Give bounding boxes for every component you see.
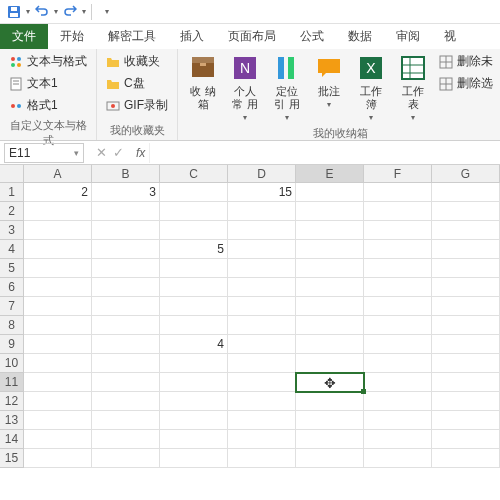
cell[interactable] — [92, 335, 160, 354]
row-header[interactable]: 8 — [0, 316, 24, 335]
cell[interactable] — [92, 392, 160, 411]
cell[interactable] — [92, 430, 160, 449]
row-header[interactable]: 2 — [0, 202, 24, 221]
text-format-button[interactable]: 文本与格式 — [6, 51, 90, 72]
cell[interactable]: 15 — [228, 183, 296, 202]
cell[interactable]: 4 — [160, 335, 228, 354]
cell[interactable] — [24, 411, 92, 430]
row-header[interactable]: 14 — [0, 430, 24, 449]
cell[interactable] — [296, 411, 364, 430]
cell[interactable] — [432, 335, 500, 354]
cell[interactable] — [160, 221, 228, 240]
cell[interactable] — [228, 259, 296, 278]
cell[interactable] — [160, 183, 228, 202]
locate-button[interactable]: 定位引 用▾ — [268, 51, 306, 124]
cell[interactable] — [296, 392, 364, 411]
cancel-button[interactable]: ✕ — [96, 145, 107, 160]
undo-button[interactable] — [32, 2, 52, 22]
cell[interactable] — [228, 430, 296, 449]
cell[interactable] — [364, 430, 432, 449]
cell[interactable] — [432, 278, 500, 297]
cell[interactable] — [160, 278, 228, 297]
cell[interactable] — [92, 221, 160, 240]
cell[interactable] — [24, 449, 92, 468]
row-header[interactable]: 10 — [0, 354, 24, 373]
cell[interactable] — [432, 449, 500, 468]
cell[interactable] — [296, 221, 364, 240]
cell[interactable] — [228, 221, 296, 240]
cell[interactable] — [160, 316, 228, 335]
cell[interactable] — [364, 316, 432, 335]
cell[interactable] — [432, 354, 500, 373]
column-header[interactable]: C — [160, 165, 228, 183]
row-header[interactable]: 3 — [0, 221, 24, 240]
column-header[interactable]: G — [432, 165, 500, 183]
cell[interactable] — [92, 278, 160, 297]
cell[interactable] — [296, 240, 364, 259]
cell[interactable] — [364, 202, 432, 221]
formula-input[interactable] — [149, 143, 500, 163]
cell[interactable] — [432, 316, 500, 335]
cdrive-button[interactable]: C盘 — [103, 73, 171, 94]
cell[interactable] — [364, 183, 432, 202]
tab-review[interactable]: 审阅 — [384, 24, 432, 49]
row-header[interactable]: 1 — [0, 183, 24, 202]
cell[interactable] — [228, 354, 296, 373]
cell[interactable] — [160, 259, 228, 278]
cell[interactable] — [296, 449, 364, 468]
tab-formula[interactable]: 公式 — [288, 24, 336, 49]
cell[interactable] — [24, 354, 92, 373]
cell[interactable]: ✥ — [296, 373, 364, 392]
cell[interactable] — [24, 278, 92, 297]
cell[interactable] — [432, 259, 500, 278]
tab-decrypt[interactable]: 解密工具 — [96, 24, 168, 49]
cell[interactable] — [160, 392, 228, 411]
cell[interactable] — [228, 297, 296, 316]
cell[interactable] — [228, 392, 296, 411]
cell[interactable] — [228, 202, 296, 221]
cell[interactable] — [160, 202, 228, 221]
cell[interactable] — [296, 202, 364, 221]
comment-button[interactable]: 批注▾ — [310, 51, 348, 111]
cell[interactable] — [92, 259, 160, 278]
tab-insert[interactable]: 插入 — [168, 24, 216, 49]
cell[interactable] — [432, 240, 500, 259]
cell[interactable]: 2 — [24, 183, 92, 202]
cell[interactable] — [24, 202, 92, 221]
row-header[interactable]: 4 — [0, 240, 24, 259]
cell[interactable] — [92, 240, 160, 259]
cell[interactable] — [24, 392, 92, 411]
cell[interactable] — [296, 354, 364, 373]
cell[interactable] — [296, 430, 364, 449]
row-header[interactable]: 11 — [0, 373, 24, 392]
row-header[interactable]: 9 — [0, 335, 24, 354]
row-header[interactable]: 5 — [0, 259, 24, 278]
cell[interactable] — [228, 449, 296, 468]
cell[interactable] — [92, 449, 160, 468]
row-header[interactable]: 6 — [0, 278, 24, 297]
cell[interactable] — [160, 297, 228, 316]
row-header[interactable]: 12 — [0, 392, 24, 411]
cell[interactable] — [432, 221, 500, 240]
undo-dropdown-icon[interactable]: ▾ — [54, 7, 58, 16]
accept-button[interactable]: ✓ — [113, 145, 124, 160]
column-header[interactable]: B — [92, 165, 160, 183]
cell[interactable] — [92, 373, 160, 392]
cell[interactable] — [92, 354, 160, 373]
tab-view[interactable]: 视 — [432, 24, 468, 49]
cell[interactable] — [92, 411, 160, 430]
save-button[interactable] — [4, 2, 24, 22]
cell[interactable] — [432, 373, 500, 392]
cell[interactable] — [364, 297, 432, 316]
favorites-button[interactable]: 收藏夹 — [103, 51, 171, 72]
workbook-button[interactable]: X工作 簿▾ — [352, 51, 390, 124]
text1-button[interactable]: 文本1 — [6, 73, 90, 94]
cell[interactable] — [364, 335, 432, 354]
cell[interactable] — [364, 240, 432, 259]
redo-dropdown-icon[interactable]: ▾ — [82, 7, 86, 16]
cell[interactable] — [92, 316, 160, 335]
storage-button[interactable]: 收 纳箱 — [184, 51, 222, 113]
tab-data[interactable]: 数据 — [336, 24, 384, 49]
tab-pagelayout[interactable]: 页面布局 — [216, 24, 288, 49]
tab-home[interactable]: 开始 — [48, 24, 96, 49]
